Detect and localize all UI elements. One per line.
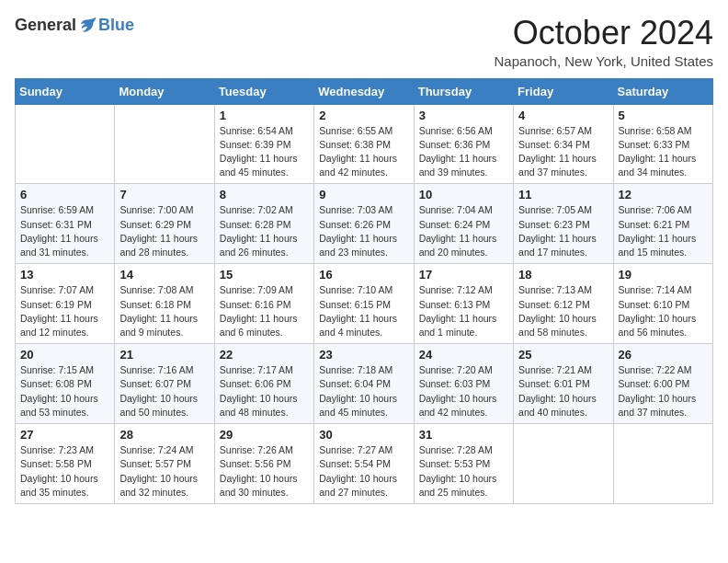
- day-number: 23: [319, 348, 408, 362]
- day-number: 10: [419, 188, 508, 201]
- calendar-day-cell: 10Sunrise: 7:04 AMSunset: 6:24 PMDayligh…: [414, 184, 513, 264]
- calendar-day-header: Wednesday: [314, 78, 414, 104]
- calendar-day-cell: 8Sunrise: 7:02 AMSunset: 6:28 PMDaylight…: [214, 184, 313, 264]
- day-info: Sunrise: 7:15 AMSunset: 6:08 PMDaylight:…: [20, 363, 109, 419]
- day-number: 8: [220, 188, 309, 201]
- calendar-day-cell: 30Sunrise: 7:27 AMSunset: 5:54 PMDayligh…: [314, 424, 414, 504]
- day-info: Sunrise: 6:56 AMSunset: 6:36 PMDaylight:…: [419, 124, 508, 180]
- calendar-day-cell: 26Sunrise: 7:22 AMSunset: 6:00 PMDayligh…: [613, 344, 712, 424]
- day-number: 3: [419, 109, 508, 122]
- day-info: Sunrise: 7:06 AMSunset: 6:21 PMDaylight:…: [619, 203, 708, 259]
- day-info: Sunrise: 7:18 AMSunset: 6:04 PMDaylight:…: [319, 363, 408, 419]
- day-number: 17: [419, 268, 508, 282]
- calendar-day-cell: 23Sunrise: 7:18 AMSunset: 6:04 PMDayligh…: [314, 344, 414, 424]
- day-info: Sunrise: 7:10 AMSunset: 6:15 PMDaylight:…: [319, 283, 408, 339]
- calendar-header-row: SundayMondayTuesdayWednesdayThursdayFrid…: [16, 78, 713, 104]
- calendar-day-cell: 20Sunrise: 7:15 AMSunset: 6:08 PMDayligh…: [16, 344, 115, 424]
- day-info: Sunrise: 7:22 AMSunset: 6:00 PMDaylight:…: [619, 363, 708, 419]
- header: General Blue October 2024 Napanoch, New …: [15, 15, 713, 69]
- calendar-week-row: 6Sunrise: 6:59 AMSunset: 6:31 PMDaylight…: [16, 184, 713, 264]
- day-number: 13: [20, 268, 109, 282]
- day-number: 9: [319, 188, 408, 201]
- calendar-day-header: Saturday: [613, 78, 712, 104]
- day-info: Sunrise: 7:17 AMSunset: 6:06 PMDaylight:…: [220, 363, 309, 419]
- day-number: 25: [518, 348, 608, 362]
- calendar-table: SundayMondayTuesdayWednesdayThursdayFrid…: [15, 78, 713, 504]
- calendar-day-cell: [115, 104, 214, 184]
- day-number: 5: [619, 109, 708, 122]
- day-info: Sunrise: 7:09 AMSunset: 6:16 PMDaylight:…: [220, 283, 309, 339]
- calendar-day-cell: 27Sunrise: 7:23 AMSunset: 5:58 PMDayligh…: [16, 424, 115, 504]
- day-info: Sunrise: 7:03 AMSunset: 6:26 PMDaylight:…: [319, 203, 408, 259]
- calendar-day-cell: 1Sunrise: 6:54 AMSunset: 6:39 PMDaylight…: [214, 104, 313, 184]
- calendar-day-cell: [514, 424, 613, 504]
- day-info: Sunrise: 6:57 AMSunset: 6:34 PMDaylight:…: [518, 124, 608, 180]
- calendar-day-cell: 12Sunrise: 7:06 AMSunset: 6:21 PMDayligh…: [613, 184, 712, 264]
- calendar-day-header: Friday: [514, 78, 613, 104]
- calendar-day-header: Tuesday: [214, 78, 313, 104]
- day-info: Sunrise: 7:14 AMSunset: 6:10 PMDaylight:…: [619, 283, 708, 339]
- calendar-week-row: 27Sunrise: 7:23 AMSunset: 5:58 PMDayligh…: [16, 424, 713, 504]
- logo: General Blue: [15, 15, 134, 35]
- calendar-day-cell: 24Sunrise: 7:20 AMSunset: 6:03 PMDayligh…: [414, 344, 513, 424]
- calendar-day-cell: 5Sunrise: 6:58 AMSunset: 6:33 PMDaylight…: [613, 104, 712, 184]
- day-info: Sunrise: 7:12 AMSunset: 6:13 PMDaylight:…: [419, 283, 508, 339]
- calendar-day-header: Monday: [115, 78, 214, 104]
- calendar-day-header: Sunday: [16, 78, 115, 104]
- day-number: 11: [518, 188, 608, 201]
- calendar-day-cell: 4Sunrise: 6:57 AMSunset: 6:34 PMDaylight…: [514, 104, 613, 184]
- calendar-day-header: Thursday: [414, 78, 513, 104]
- day-number: 26: [619, 348, 708, 362]
- day-number: 27: [20, 428, 109, 442]
- day-info: Sunrise: 7:21 AMSunset: 6:01 PMDaylight:…: [518, 363, 608, 419]
- day-info: Sunrise: 7:05 AMSunset: 6:23 PMDaylight:…: [518, 203, 608, 259]
- day-number: 21: [119, 348, 209, 362]
- calendar-day-cell: 13Sunrise: 7:07 AMSunset: 6:19 PMDayligh…: [16, 264, 115, 344]
- day-number: 18: [518, 268, 608, 282]
- day-info: Sunrise: 7:08 AMSunset: 6:18 PMDaylight:…: [119, 283, 209, 339]
- day-info: Sunrise: 7:28 AMSunset: 5:53 PMDaylight:…: [419, 443, 508, 500]
- calendar-day-cell: 18Sunrise: 7:13 AMSunset: 6:12 PMDayligh…: [514, 264, 613, 344]
- day-number: 30: [319, 428, 408, 442]
- calendar-day-cell: [16, 104, 115, 184]
- day-number: 7: [119, 188, 209, 201]
- calendar-day-cell: 7Sunrise: 7:00 AMSunset: 6:29 PMDaylight…: [115, 184, 214, 264]
- day-info: Sunrise: 7:16 AMSunset: 6:07 PMDaylight:…: [119, 363, 209, 419]
- calendar-day-cell: 28Sunrise: 7:24 AMSunset: 5:57 PMDayligh…: [115, 424, 214, 504]
- calendar-day-cell: 16Sunrise: 7:10 AMSunset: 6:15 PMDayligh…: [314, 264, 414, 344]
- logo-blue-text: Blue: [98, 16, 134, 35]
- calendar-day-cell: 31Sunrise: 7:28 AMSunset: 5:53 PMDayligh…: [414, 424, 513, 504]
- calendar-day-cell: 22Sunrise: 7:17 AMSunset: 6:06 PMDayligh…: [214, 344, 313, 424]
- day-number: 24: [419, 348, 508, 362]
- calendar-week-row: 1Sunrise: 6:54 AMSunset: 6:39 PMDaylight…: [16, 104, 713, 184]
- calendar-day-cell: 17Sunrise: 7:12 AMSunset: 6:13 PMDayligh…: [414, 264, 513, 344]
- day-info: Sunrise: 7:02 AMSunset: 6:28 PMDaylight:…: [220, 203, 309, 259]
- calendar-week-row: 20Sunrise: 7:15 AMSunset: 6:08 PMDayligh…: [16, 344, 713, 424]
- month-title: October 2024: [495, 15, 713, 52]
- calendar-day-cell: 25Sunrise: 7:21 AMSunset: 6:01 PMDayligh…: [514, 344, 613, 424]
- day-info: Sunrise: 7:23 AMSunset: 5:58 PMDaylight:…: [20, 443, 109, 500]
- calendar-week-row: 13Sunrise: 7:07 AMSunset: 6:19 PMDayligh…: [16, 264, 713, 344]
- calendar-day-cell: 9Sunrise: 7:03 AMSunset: 6:26 PMDaylight…: [314, 184, 414, 264]
- calendar-day-cell: 6Sunrise: 6:59 AMSunset: 6:31 PMDaylight…: [16, 184, 115, 264]
- page-container: General Blue October 2024 Napanoch, New …: [0, 0, 728, 513]
- day-number: 1: [220, 109, 309, 122]
- logo-bird-icon: [78, 15, 98, 35]
- day-number: 2: [319, 109, 408, 122]
- day-info: Sunrise: 7:27 AMSunset: 5:54 PMDaylight:…: [319, 443, 408, 500]
- day-info: Sunrise: 7:04 AMSunset: 6:24 PMDaylight:…: [419, 203, 508, 259]
- day-info: Sunrise: 6:59 AMSunset: 6:31 PMDaylight:…: [20, 203, 109, 259]
- calendar-day-cell: 29Sunrise: 7:26 AMSunset: 5:56 PMDayligh…: [214, 424, 313, 504]
- day-number: 15: [220, 268, 309, 282]
- day-number: 14: [119, 268, 209, 282]
- day-info: Sunrise: 7:24 AMSunset: 5:57 PMDaylight:…: [119, 443, 209, 500]
- day-number: 31: [419, 428, 508, 442]
- day-info: Sunrise: 7:07 AMSunset: 6:19 PMDaylight:…: [20, 283, 109, 339]
- day-number: 6: [20, 188, 109, 201]
- day-info: Sunrise: 7:13 AMSunset: 6:12 PMDaylight:…: [518, 283, 608, 339]
- calendar-day-cell: 11Sunrise: 7:05 AMSunset: 6:23 PMDayligh…: [514, 184, 613, 264]
- day-info: Sunrise: 7:26 AMSunset: 5:56 PMDaylight:…: [220, 443, 309, 500]
- calendar-day-cell: 21Sunrise: 7:16 AMSunset: 6:07 PMDayligh…: [115, 344, 214, 424]
- day-info: Sunrise: 7:00 AMSunset: 6:29 PMDaylight:…: [119, 203, 209, 259]
- calendar-day-cell: [613, 424, 712, 504]
